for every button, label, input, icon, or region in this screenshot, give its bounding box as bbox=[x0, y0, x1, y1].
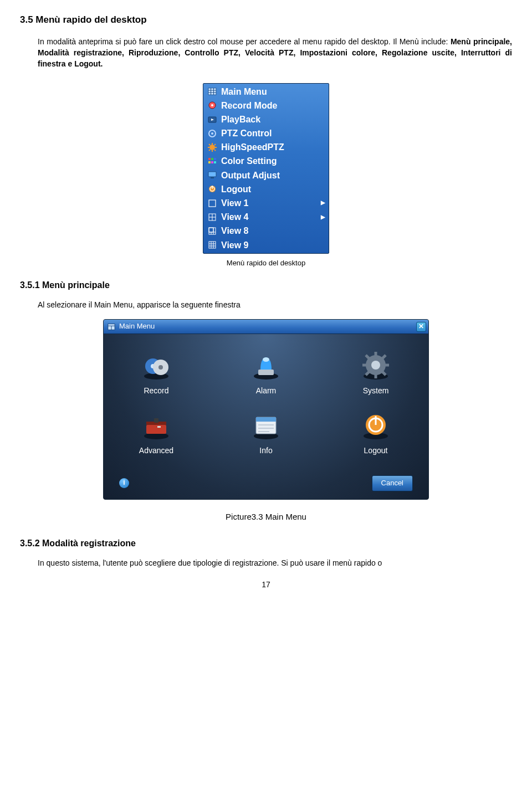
main-menu-item-label: Record bbox=[144, 385, 168, 396]
view1-icon bbox=[207, 198, 218, 208]
menu-item-view1[interactable]: View 1 ▶ bbox=[203, 196, 329, 210]
svg-rect-24 bbox=[211, 161, 213, 163]
menu-item-label: Color Setting bbox=[221, 155, 325, 167]
logout-icon bbox=[360, 409, 391, 440]
menu-item-label: PTZ Control bbox=[221, 127, 325, 140]
svg-rect-40 bbox=[209, 242, 216, 248]
section-351-intro: Al selezionare il Main Menu, apparisce l… bbox=[38, 299, 512, 310]
menu-item-label: Output Adjust bbox=[221, 169, 325, 182]
view4-icon bbox=[207, 212, 218, 222]
main-menu-body: Record Alarm bbox=[104, 334, 428, 499]
main-menu-titlebar: Main Menu ✕ bbox=[104, 320, 428, 334]
cancel-button[interactable]: Cancel bbox=[372, 475, 413, 491]
main-menu-item-label: Advanced bbox=[139, 445, 173, 456]
main-menu-footer: i Cancel bbox=[119, 472, 413, 491]
svg-rect-35 bbox=[209, 228, 216, 234]
close-icon: ✕ bbox=[418, 322, 424, 331]
record-icon bbox=[141, 350, 172, 381]
info-icon[interactable]: i bbox=[119, 478, 129, 488]
menu-item-ptz-control[interactable]: PTZ Control bbox=[203, 126, 329, 140]
svg-point-66 bbox=[371, 361, 380, 370]
svg-rect-26 bbox=[208, 172, 216, 177]
svg-point-11 bbox=[209, 145, 215, 150]
main-menu-item-alarm[interactable]: Alarm bbox=[229, 350, 303, 396]
svg-line-19 bbox=[209, 150, 210, 151]
menu-item-label: View 8 bbox=[221, 224, 325, 237]
gear-icon bbox=[207, 142, 218, 152]
svg-rect-25 bbox=[214, 161, 216, 163]
svg-rect-27 bbox=[211, 177, 214, 178]
desktop-quick-menu: Main Menu Record Mode PlayBack PTZ Contr… bbox=[203, 83, 329, 254]
menu-item-logout[interactable]: Logout bbox=[203, 182, 329, 196]
svg-rect-71 bbox=[157, 426, 161, 428]
svg-line-64 bbox=[382, 355, 386, 358]
main-menu-title: Main Menu bbox=[119, 321, 416, 332]
menu-item-output-adjust[interactable]: Output Adjust bbox=[203, 168, 329, 182]
desktop-menu-caption: Menù rapido del desktop bbox=[20, 258, 512, 269]
svg-rect-21 bbox=[211, 158, 213, 160]
menu-item-label: Record Mode bbox=[221, 99, 325, 112]
svg-rect-0 bbox=[208, 88, 216, 95]
svg-rect-20 bbox=[208, 158, 211, 160]
menu-item-record-mode[interactable]: Record Mode bbox=[203, 99, 329, 112]
main-menu-item-label: Logout bbox=[364, 445, 388, 456]
main-menu-item-label: System bbox=[363, 385, 389, 396]
menu-item-label: View 9 bbox=[221, 239, 325, 252]
chevron-right-icon: ▶ bbox=[321, 199, 325, 207]
power-icon bbox=[207, 184, 218, 194]
main-menu-grid: Record Alarm bbox=[119, 350, 413, 457]
svg-rect-23 bbox=[208, 161, 211, 163]
svg-point-10 bbox=[211, 132, 213, 135]
view8-icon bbox=[207, 226, 218, 236]
system-icon bbox=[360, 350, 391, 381]
svg-rect-22 bbox=[214, 158, 216, 160]
close-button[interactable]: ✕ bbox=[416, 322, 426, 332]
disc-icon bbox=[207, 100, 218, 110]
main-menu-caption: Picture3.3 Main Menu bbox=[20, 511, 512, 523]
palette-icon bbox=[207, 156, 218, 166]
section-351-title: 3.5.1 Menù principale bbox=[20, 279, 512, 291]
svg-rect-54 bbox=[258, 370, 274, 375]
section-35-title: 3.5 Menù rapido del desktop bbox=[20, 13, 512, 27]
svg-point-52 bbox=[158, 365, 163, 370]
svg-line-62 bbox=[366, 355, 369, 358]
main-menu-item-record[interactable]: Record bbox=[119, 350, 193, 396]
joystick-icon bbox=[207, 129, 218, 139]
svg-rect-74 bbox=[256, 417, 276, 422]
section-352-intro: In questo sistema, l'utente può sceglier… bbox=[38, 557, 512, 568]
menu-item-view4[interactable]: View 4 ▶ bbox=[203, 210, 329, 224]
svg-line-16 bbox=[209, 144, 210, 145]
menu-item-label: Main Menu bbox=[221, 85, 325, 98]
view9-icon bbox=[207, 240, 218, 250]
main-menu-item-label: Alarm bbox=[256, 385, 277, 396]
menu-item-color-setting[interactable]: Color Setting bbox=[203, 154, 329, 168]
menu-item-label: PlayBack bbox=[221, 113, 325, 126]
svg-rect-36 bbox=[209, 228, 213, 232]
main-menu-item-label: Info bbox=[259, 445, 272, 456]
section-35-paragraph: In modalità anteprima si può fare un cli… bbox=[38, 36, 512, 70]
main-menu-item-logout[interactable]: Logout bbox=[339, 409, 413, 456]
menu-item-view9[interactable]: View 9 bbox=[203, 238, 329, 252]
menu-item-highspeed-ptz[interactable]: HighSpeedPTZ bbox=[203, 140, 329, 154]
menu-item-main-menu[interactable]: Main Menu bbox=[203, 85, 329, 99]
main-menu-item-info[interactable]: Info bbox=[229, 409, 303, 456]
svg-point-55 bbox=[263, 357, 269, 362]
section-352-title: 3.5.2 Modalità registrazione bbox=[20, 537, 512, 550]
svg-line-17 bbox=[214, 150, 216, 151]
section-35-text-pre: In modalità anteprima si può fare un cli… bbox=[38, 37, 451, 46]
player-icon bbox=[207, 115, 218, 125]
monitor-icon bbox=[207, 170, 218, 180]
svg-rect-31 bbox=[209, 200, 216, 207]
svg-rect-68 bbox=[146, 425, 166, 434]
menu-item-label: View 1 bbox=[221, 197, 318, 209]
page-number: 17 bbox=[20, 579, 512, 590]
window-icon bbox=[107, 322, 116, 331]
main-menu-item-system[interactable]: System bbox=[339, 350, 413, 396]
menu-item-view8[interactable]: View 8 bbox=[203, 224, 329, 238]
grid-3-icon bbox=[207, 86, 218, 96]
info-window-icon bbox=[250, 409, 282, 440]
main-menu-item-advanced[interactable]: Advanced bbox=[119, 409, 193, 456]
menu-item-playback[interactable]: PlayBack bbox=[203, 112, 329, 126]
svg-line-18 bbox=[214, 144, 216, 145]
advanced-icon bbox=[141, 409, 172, 440]
